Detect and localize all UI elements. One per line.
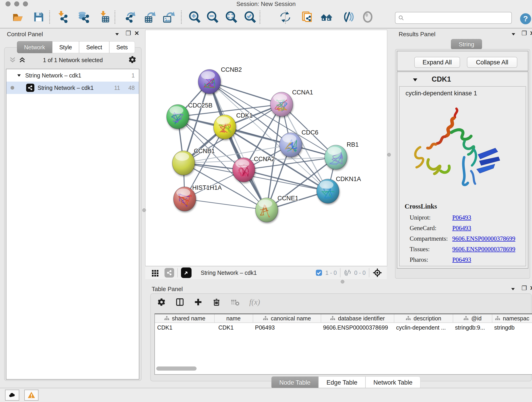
node-gloss-highlight bbox=[273, 94, 287, 102]
zoom-out-button[interactable] bbox=[204, 10, 220, 24]
node-label-ccnb1: CCNB1 bbox=[194, 148, 215, 154]
column-header-description[interactable]: description bbox=[394, 314, 453, 322]
network-node-cdkn1a[interactable] bbox=[317, 179, 339, 203]
warning-status-button[interactable] bbox=[24, 390, 38, 401]
table-panel-float-button[interactable]: ❐ bbox=[521, 285, 527, 291]
crosslink-link[interactable]: 9606.ENSP00000378699 bbox=[452, 235, 515, 242]
collapse-all-button[interactable]: Collapse All bbox=[467, 57, 517, 68]
network-node-ccnb2[interactable] bbox=[198, 70, 221, 94]
search-icon bbox=[398, 15, 404, 21]
import-network-button[interactable] bbox=[55, 10, 70, 24]
network-node-cdk1[interactable] bbox=[214, 115, 236, 139]
gray-eye-button[interactable] bbox=[360, 10, 376, 24]
function-builder-icon[interactable]: f(x) bbox=[249, 298, 260, 306]
network-list: String Network – cdk1 1 String Network –… bbox=[6, 69, 139, 380]
share-document-button[interactable] bbox=[299, 10, 315, 24]
tab-select[interactable]: Select bbox=[79, 41, 109, 53]
help-button[interactable]: ? bbox=[520, 13, 532, 25]
toolbar-separator bbox=[49, 11, 50, 24]
tree-expand-arrow-icon[interactable] bbox=[17, 73, 22, 78]
results-panel-title: Results Panel bbox=[399, 31, 435, 38]
delete-column-trash-icon[interactable] bbox=[212, 298, 221, 306]
crosslink-link[interactable]: P06493 bbox=[452, 225, 471, 232]
hidden-counts: 0 - 0 bbox=[354, 269, 366, 276]
node-label-ccne1: CCNE1 bbox=[278, 195, 298, 202]
tab-sets[interactable]: Sets bbox=[109, 41, 135, 53]
control-panel-close-button[interactable]: ✕ bbox=[134, 30, 139, 36]
left-splitter-handle[interactable] bbox=[142, 208, 146, 212]
column-header-canonical-name[interactable]: canonical name bbox=[253, 314, 321, 322]
results-panel-float-button[interactable]: ❐ bbox=[521, 30, 527, 36]
show-hide-glass-icon bbox=[342, 11, 354, 23]
selected-checkbox-icon[interactable] bbox=[315, 269, 323, 276]
column-header-name[interactable]: name bbox=[214, 314, 253, 322]
tab-style[interactable]: Style bbox=[52, 41, 79, 53]
results-panel-close-button[interactable]: ✕ bbox=[530, 30, 532, 36]
table-cell: cyclin-dependent ... bbox=[396, 324, 451, 331]
birds-eye-view-icon[interactable] bbox=[181, 268, 191, 278]
crosslink-link[interactable]: P06493 bbox=[452, 256, 471, 263]
delete-table-icon[interactable] bbox=[230, 298, 240, 307]
expand-all-button[interactable]: Expand All bbox=[414, 57, 460, 68]
cloud-status-button[interactable] bbox=[5, 390, 19, 401]
crosshair-icon[interactable] bbox=[373, 268, 382, 278]
zoom-selected-button[interactable] bbox=[242, 10, 258, 24]
network-canvas[interactable]: CCNB2CCNA1CDC25BCDK1CDC6RB1CCNB1CCNA2CDK… bbox=[145, 30, 387, 266]
export-table-button[interactable] bbox=[142, 10, 158, 24]
network-node-ccna2[interactable] bbox=[233, 158, 255, 182]
table-panel-close-button[interactable]: ✕ bbox=[530, 285, 532, 291]
table-panel-menu-arrow-icon[interactable] bbox=[510, 286, 516, 292]
crosslink-link[interactable]: 9606.ENSP00000378699 bbox=[452, 246, 515, 253]
table-horizontal-scrollbar[interactable] bbox=[156, 366, 196, 370]
node-gloss-highlight bbox=[201, 71, 215, 79]
results-panel-menu-arrow-icon[interactable] bbox=[510, 31, 516, 37]
column-header-database-identifier[interactable]: database identifier bbox=[321, 314, 394, 322]
tab-node-table[interactable]: Node Table bbox=[271, 376, 318, 389]
zoom-fit-button[interactable] bbox=[223, 10, 239, 24]
open-folder-button[interactable] bbox=[10, 10, 26, 24]
network-options-gear-icon[interactable] bbox=[128, 56, 137, 64]
table-settings-gear-icon[interactable] bbox=[157, 298, 166, 306]
protein-card: CDK1 cyclin-dependent kinase 1 bbox=[397, 71, 528, 269]
table-panel: Table Panel ❐ ✕ f(x) shared namenamecano… bbox=[148, 284, 532, 388]
add-column-plus-icon[interactable] bbox=[194, 298, 203, 306]
network-edge[interactable] bbox=[185, 199, 267, 210]
network-node-ccnb1[interactable] bbox=[172, 151, 195, 175]
import-table-button[interactable] bbox=[96, 10, 112, 24]
import-database-button[interactable] bbox=[76, 10, 92, 24]
table-row[interactable]: CDK1CDK1P064939606.ENSP00000378699cyclin… bbox=[155, 323, 532, 332]
network-node-cdc6[interactable] bbox=[279, 133, 302, 157]
tab-edge-table[interactable]: Edge Table bbox=[318, 376, 365, 389]
export-image-button[interactable] bbox=[161, 10, 177, 24]
tab-network-table[interactable]: Network Table bbox=[365, 376, 421, 389]
column-header-namespac[interactable]: namespac bbox=[492, 314, 532, 322]
show-hide-glass-button[interactable] bbox=[340, 10, 356, 24]
hidden-eye-icon[interactable] bbox=[344, 269, 352, 277]
tab-network[interactable]: Network bbox=[17, 41, 52, 53]
string-homes-button[interactable] bbox=[318, 10, 335, 24]
network-node-cdc25b[interactable] bbox=[167, 104, 189, 129]
network-node-ccne1[interactable] bbox=[255, 198, 278, 222]
control-panel-menu-arrow-icon[interactable] bbox=[114, 31, 120, 37]
network-node-ccna1[interactable] bbox=[270, 92, 293, 116]
export-network-button[interactable] bbox=[122, 10, 138, 24]
control-panel-float-button[interactable]: ❐ bbox=[126, 30, 131, 36]
save-floppy-button[interactable] bbox=[31, 10, 47, 24]
node-gloss-highlight bbox=[235, 159, 249, 167]
crosslink-link[interactable]: P06493 bbox=[452, 214, 471, 221]
column-header-shared-name[interactable]: shared name bbox=[155, 314, 215, 322]
network-share-icon[interactable] bbox=[165, 268, 174, 278]
network-row[interactable]: String Network – cdk1 11 48 bbox=[6, 82, 139, 94]
horizontal-splitter-handle[interactable] bbox=[341, 280, 344, 283]
show-columns-icon[interactable] bbox=[176, 298, 184, 306]
crosslink-row: GeneCard:P06493 bbox=[410, 223, 524, 233]
tab-string[interactable]: String bbox=[451, 39, 482, 50]
network-node-rb1[interactable] bbox=[325, 145, 347, 169]
protein-collapse-arrow-icon[interactable] bbox=[412, 77, 418, 83]
zoom-in-button[interactable] bbox=[186, 10, 203, 24]
search-input[interactable] bbox=[406, 14, 511, 21]
network-collection-row[interactable]: String Network – cdk1 1 bbox=[6, 69, 139, 82]
column-header--id[interactable]: @id bbox=[453, 314, 492, 322]
grid-view-icon[interactable] bbox=[151, 269, 159, 277]
table-cell: stringdb bbox=[494, 324, 531, 331]
